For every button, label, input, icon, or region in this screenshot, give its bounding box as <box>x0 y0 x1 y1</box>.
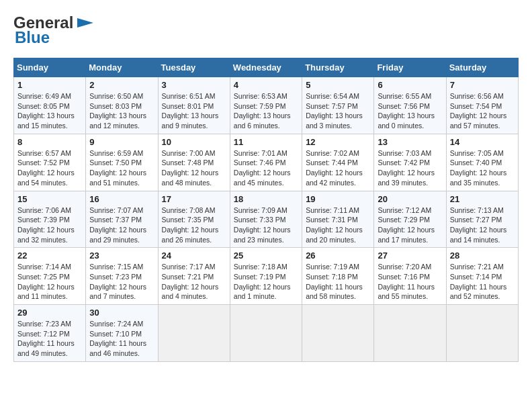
calendar-cell: 6Sunrise: 6:55 AM Sunset: 7:56 PM Daylig… <box>374 77 446 134</box>
calendar-cell <box>446 305 518 362</box>
day-info: Sunrise: 6:55 AM Sunset: 7:56 PM Dayligh… <box>378 91 442 131</box>
day-info: Sunrise: 7:03 AM Sunset: 7:42 PM Dayligh… <box>378 148 442 188</box>
calendar-cell <box>302 305 374 362</box>
day-info: Sunrise: 7:13 AM Sunset: 7:27 PM Dayligh… <box>450 205 515 245</box>
header-day-monday: Monday <box>86 58 158 77</box>
day-number: 25 <box>234 250 298 261</box>
day-number: 23 <box>89 250 154 261</box>
day-info: Sunrise: 6:59 AM Sunset: 7:50 PM Dayligh… <box>89 148 154 188</box>
day-number: 10 <box>162 137 226 147</box>
day-info: Sunrise: 6:53 AM Sunset: 7:59 PM Dayligh… <box>234 91 298 131</box>
calendar-week-row: 22Sunrise: 7:14 AM Sunset: 7:25 PM Dayli… <box>14 248 519 305</box>
day-number: 30 <box>89 308 154 318</box>
logo: General Blue <box>13 13 93 47</box>
calendar-cell: 15Sunrise: 7:06 AM Sunset: 7:39 PM Dayli… <box>14 191 86 248</box>
calendar-cell: 13Sunrise: 7:03 AM Sunset: 7:42 PM Dayli… <box>374 134 446 191</box>
day-number: 13 <box>378 137 442 147</box>
day-info: Sunrise: 7:15 AM Sunset: 7:23 PM Dayligh… <box>89 262 154 302</box>
day-info: Sunrise: 7:21 AM Sunset: 7:14 PM Dayligh… <box>450 262 515 302</box>
calendar-week-row: 1Sunrise: 6:49 AM Sunset: 8:05 PM Daylig… <box>14 77 519 134</box>
day-number: 21 <box>450 194 515 204</box>
calendar-cell: 24Sunrise: 7:17 AM Sunset: 7:21 PM Dayli… <box>158 248 230 305</box>
day-info: Sunrise: 7:05 AM Sunset: 7:40 PM Dayligh… <box>450 148 515 188</box>
day-number: 12 <box>306 137 370 147</box>
calendar-cell: 8Sunrise: 6:57 AM Sunset: 7:52 PM Daylig… <box>14 134 86 191</box>
day-number: 22 <box>17 250 82 261</box>
calendar-cell: 1Sunrise: 6:49 AM Sunset: 8:05 PM Daylig… <box>14 77 86 134</box>
calendar-cell: 10Sunrise: 7:00 AM Sunset: 7:48 PM Dayli… <box>158 134 230 191</box>
calendar-cell: 5Sunrise: 6:54 AM Sunset: 7:57 PM Daylig… <box>302 77 374 134</box>
day-info: Sunrise: 7:11 AM Sunset: 7:31 PM Dayligh… <box>306 205 370 245</box>
day-number: 20 <box>378 194 442 204</box>
day-number: 18 <box>234 194 298 204</box>
day-info: Sunrise: 7:02 AM Sunset: 7:44 PM Dayligh… <box>306 148 370 188</box>
calendar-cell: 30Sunrise: 7:24 AM Sunset: 7:10 PM Dayli… <box>86 305 158 362</box>
day-number: 26 <box>306 250 370 261</box>
calendar-body: 1Sunrise: 6:49 AM Sunset: 8:05 PM Daylig… <box>14 77 519 362</box>
logo-blue: Blue <box>15 28 50 47</box>
calendar-cell: 2Sunrise: 6:50 AM Sunset: 8:03 PM Daylig… <box>86 77 158 134</box>
header-day-tuesday: Tuesday <box>158 58 230 77</box>
page-header: General Blue <box>13 13 519 47</box>
day-number: 27 <box>378 250 442 261</box>
header-day-wednesday: Wednesday <box>230 58 302 77</box>
day-number: 29 <box>17 308 82 318</box>
logo-arrow-icon <box>75 15 93 30</box>
calendar-table: SundayMondayTuesdayWednesdayThursdayFrid… <box>13 58 519 362</box>
day-info: Sunrise: 6:50 AM Sunset: 8:03 PM Dayligh… <box>89 91 154 131</box>
day-info: Sunrise: 7:07 AM Sunset: 7:37 PM Dayligh… <box>89 205 154 245</box>
calendar-cell: 4Sunrise: 6:53 AM Sunset: 7:59 PM Daylig… <box>230 77 302 134</box>
day-info: Sunrise: 7:08 AM Sunset: 7:35 PM Dayligh… <box>162 205 226 245</box>
header-day-friday: Friday <box>374 58 446 77</box>
calendar-cell: 27Sunrise: 7:20 AM Sunset: 7:16 PM Dayli… <box>374 248 446 305</box>
day-info: Sunrise: 6:56 AM Sunset: 7:54 PM Dayligh… <box>450 91 515 131</box>
calendar-cell: 3Sunrise: 6:51 AM Sunset: 8:01 PM Daylig… <box>158 77 230 134</box>
day-info: Sunrise: 6:49 AM Sunset: 8:05 PM Dayligh… <box>17 91 82 131</box>
day-number: 11 <box>234 137 298 147</box>
day-number: 8 <box>17 137 82 147</box>
calendar-cell: 29Sunrise: 7:23 AM Sunset: 7:12 PM Dayli… <box>14 305 86 362</box>
calendar-cell: 16Sunrise: 7:07 AM Sunset: 7:37 PM Dayli… <box>86 191 158 248</box>
day-info: Sunrise: 7:09 AM Sunset: 7:33 PM Dayligh… <box>234 205 298 245</box>
calendar-week-row: 8Sunrise: 6:57 AM Sunset: 7:52 PM Daylig… <box>14 134 519 191</box>
calendar-cell: 20Sunrise: 7:12 AM Sunset: 7:29 PM Dayli… <box>374 191 446 248</box>
day-info: Sunrise: 7:19 AM Sunset: 7:18 PM Dayligh… <box>306 262 370 302</box>
day-number: 16 <box>89 194 154 204</box>
calendar-cell <box>374 305 446 362</box>
day-number: 28 <box>450 250 515 261</box>
day-info: Sunrise: 7:20 AM Sunset: 7:16 PM Dayligh… <box>378 262 442 302</box>
day-info: Sunrise: 7:01 AM Sunset: 7:46 PM Dayligh… <box>234 148 298 188</box>
day-number: 7 <box>450 80 515 90</box>
day-info: Sunrise: 6:51 AM Sunset: 8:01 PM Dayligh… <box>162 91 226 131</box>
calendar-cell <box>230 305 302 362</box>
day-info: Sunrise: 7:06 AM Sunset: 7:39 PM Dayligh… <box>17 205 82 245</box>
calendar-cell: 19Sunrise: 7:11 AM Sunset: 7:31 PM Dayli… <box>302 191 374 248</box>
day-number: 14 <box>450 137 515 147</box>
calendar-cell: 23Sunrise: 7:15 AM Sunset: 7:23 PM Dayli… <box>86 248 158 305</box>
calendar-cell: 18Sunrise: 7:09 AM Sunset: 7:33 PM Dayli… <box>230 191 302 248</box>
day-info: Sunrise: 7:00 AM Sunset: 7:48 PM Dayligh… <box>162 148 226 188</box>
day-number: 15 <box>17 194 82 204</box>
header-day-thursday: Thursday <box>302 58 374 77</box>
day-info: Sunrise: 7:12 AM Sunset: 7:29 PM Dayligh… <box>378 205 442 245</box>
svg-marker-0 <box>77 18 93 28</box>
calendar-cell: 26Sunrise: 7:19 AM Sunset: 7:18 PM Dayli… <box>302 248 374 305</box>
day-info: Sunrise: 7:23 AM Sunset: 7:12 PM Dayligh… <box>17 319 82 359</box>
day-number: 3 <box>162 80 226 90</box>
calendar-week-row: 15Sunrise: 7:06 AM Sunset: 7:39 PM Dayli… <box>14 191 519 248</box>
day-number: 4 <box>234 80 298 90</box>
day-info: Sunrise: 7:18 AM Sunset: 7:19 PM Dayligh… <box>234 262 298 302</box>
day-number: 5 <box>306 80 370 90</box>
day-info: Sunrise: 6:57 AM Sunset: 7:52 PM Dayligh… <box>17 148 82 188</box>
calendar-cell: 12Sunrise: 7:02 AM Sunset: 7:44 PM Dayli… <box>302 134 374 191</box>
day-number: 6 <box>378 80 442 90</box>
calendar-cell: 9Sunrise: 6:59 AM Sunset: 7:50 PM Daylig… <box>86 134 158 191</box>
day-number: 24 <box>162 250 226 261</box>
day-number: 19 <box>306 194 370 204</box>
calendar-cell: 7Sunrise: 6:56 AM Sunset: 7:54 PM Daylig… <box>446 77 518 134</box>
calendar-cell: 14Sunrise: 7:05 AM Sunset: 7:40 PM Dayli… <box>446 134 518 191</box>
day-info: Sunrise: 7:17 AM Sunset: 7:21 PM Dayligh… <box>162 262 226 302</box>
day-number: 9 <box>89 137 154 147</box>
calendar-week-row: 29Sunrise: 7:23 AM Sunset: 7:12 PM Dayli… <box>14 305 519 362</box>
calendar-cell: 22Sunrise: 7:14 AM Sunset: 7:25 PM Dayli… <box>14 248 86 305</box>
